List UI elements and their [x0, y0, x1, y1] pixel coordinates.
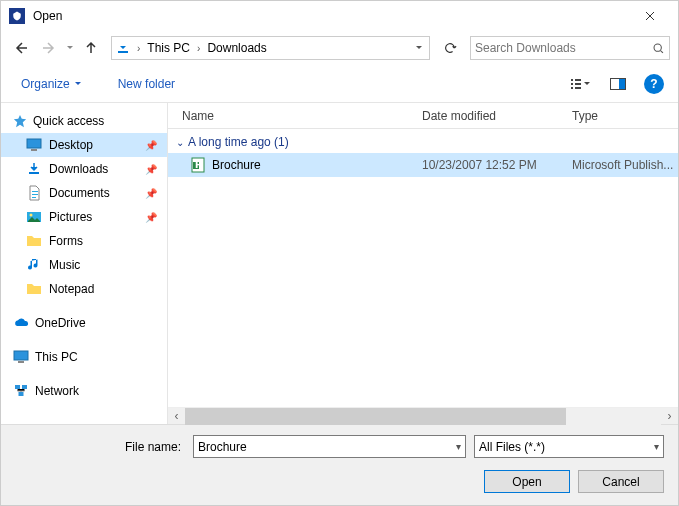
svg-rect-17	[18, 361, 24, 363]
pin-icon: 📌	[145, 140, 157, 151]
svg-rect-9	[619, 79, 625, 89]
search-input[interactable]	[475, 41, 652, 55]
sidebar-item-label: This PC	[35, 350, 78, 364]
scroll-thumb[interactable]	[185, 408, 566, 425]
refresh-button[interactable]	[438, 36, 462, 60]
sidebar-item-label: Pictures	[49, 210, 92, 224]
scroll-right-button[interactable]: ›	[661, 408, 678, 425]
recent-locations-dropdown[interactable]	[65, 44, 75, 52]
pictures-icon	[25, 208, 43, 226]
group-label: A long time ago (1)	[188, 135, 289, 149]
filename-label: File name:	[15, 440, 185, 454]
svg-rect-7	[575, 87, 581, 89]
music-icon	[25, 256, 43, 274]
scroll-track[interactable]	[185, 408, 661, 425]
svg-rect-4	[571, 87, 573, 89]
sidebar-item-label: Notepad	[49, 282, 94, 296]
chevron-down-icon[interactable]: ▾	[456, 441, 461, 452]
breadcrumb-downloads[interactable]: Downloads	[203, 37, 270, 59]
downloads-icon	[25, 160, 43, 178]
sidebar-item-forms[interactable]: Forms	[1, 229, 167, 253]
column-name[interactable]: Name	[168, 109, 422, 123]
file-group-header[interactable]: ⌄ A long time ago (1)	[168, 129, 678, 153]
desktop-icon	[25, 136, 43, 154]
help-button[interactable]: ?	[644, 74, 664, 94]
star-icon	[13, 114, 27, 128]
forward-button[interactable]	[37, 36, 61, 60]
address-dropdown[interactable]	[411, 44, 427, 52]
search-box[interactable]	[470, 36, 670, 60]
app-icon	[9, 8, 25, 24]
up-button[interactable]	[79, 36, 103, 60]
sidebar-item-documents[interactable]: Documents 📌	[1, 181, 167, 205]
svg-rect-19	[22, 385, 27, 389]
svg-rect-10	[27, 139, 41, 148]
file-list[interactable]: ⌄ A long time ago (1) P Brochure 10/23/2…	[168, 129, 678, 407]
folder-icon	[25, 280, 43, 298]
svg-point-1	[654, 44, 661, 51]
sidebar-this-pc[interactable]: This PC	[1, 345, 167, 369]
cancel-button[interactable]: Cancel	[578, 470, 664, 493]
navigation-pane: Quick access Desktop 📌 Downloads 📌 Docum…	[1, 103, 167, 424]
dialog-footer: File name: ▾ All Files (*.*) ▾ Open Canc…	[1, 424, 678, 505]
sidebar-item-notepad[interactable]: Notepad	[1, 277, 167, 301]
folder-icon	[25, 232, 43, 250]
sidebar-item-label: Documents	[49, 186, 110, 200]
pin-icon: 📌	[145, 212, 157, 223]
sidebar-onedrive[interactable]: OneDrive	[1, 311, 167, 335]
column-headers: Name Date modified Type	[168, 103, 678, 129]
close-button[interactable]	[630, 2, 670, 30]
nav-bar: › This PC › Downloads	[1, 31, 678, 65]
column-date[interactable]: Date modified	[422, 109, 572, 123]
sidebar-item-music[interactable]: Music	[1, 253, 167, 277]
chevron-down-icon	[74, 80, 82, 88]
open-button[interactable]: Open	[484, 470, 570, 493]
sidebar-item-desktop[interactable]: Desktop 📌	[1, 133, 167, 157]
svg-rect-6	[575, 83, 581, 85]
sidebar-quick-access[interactable]: Quick access	[1, 109, 167, 133]
organize-label: Organize	[21, 77, 70, 91]
address-bar[interactable]: › This PC › Downloads	[111, 36, 430, 60]
view-options-button[interactable]	[564, 72, 596, 96]
search-icon	[652, 42, 665, 55]
toolbar: Organize New folder ?	[1, 65, 678, 103]
file-list-pane: Name Date modified Type ⌄ A long time ag…	[167, 103, 678, 424]
horizontal-scrollbar[interactable]: ‹ ›	[168, 407, 678, 424]
sidebar-item-label: Music	[49, 258, 80, 272]
sidebar-item-label: Quick access	[33, 114, 104, 128]
file-name: Brochure	[212, 158, 261, 172]
filename-input[interactable]	[198, 440, 456, 454]
chevron-right-icon[interactable]: ›	[194, 43, 203, 54]
title-bar: Open	[1, 1, 678, 31]
file-date: 10/23/2007 12:52 PM	[422, 158, 572, 172]
downloads-location-icon	[114, 39, 132, 57]
preview-pane-button[interactable]	[602, 72, 634, 96]
window-title: Open	[33, 9, 630, 23]
breadcrumb-this-pc[interactable]: This PC	[143, 37, 194, 59]
sidebar-item-label: Network	[35, 384, 79, 398]
file-type: Microsoft Publish...	[572, 158, 678, 172]
this-pc-icon	[13, 349, 29, 365]
sidebar-item-downloads[interactable]: Downloads 📌	[1, 157, 167, 181]
svg-rect-5	[575, 79, 581, 81]
filename-combo[interactable]: ▾	[193, 435, 466, 458]
chevron-down-icon: ⌄	[176, 137, 184, 148]
file-type-filter[interactable]: All Files (*.*) ▾	[474, 435, 664, 458]
documents-icon	[25, 184, 43, 202]
scroll-left-button[interactable]: ‹	[168, 408, 185, 425]
chevron-down-icon[interactable]: ▾	[654, 441, 659, 452]
svg-rect-13	[29, 172, 39, 174]
sidebar-network[interactable]: Network	[1, 379, 167, 403]
back-button[interactable]	[9, 36, 33, 60]
new-folder-button[interactable]: New folder	[112, 73, 181, 95]
file-row[interactable]: P Brochure 10/23/2007 12:52 PM Microsoft…	[168, 153, 678, 177]
new-folder-label: New folder	[118, 77, 175, 91]
sidebar-item-pictures[interactable]: Pictures 📌	[1, 205, 167, 229]
svg-point-15	[30, 214, 33, 217]
column-type[interactable]: Type	[572, 109, 678, 123]
organize-menu[interactable]: Organize	[15, 73, 88, 95]
sidebar-item-label: Downloads	[49, 162, 108, 176]
chevron-right-icon[interactable]: ›	[134, 43, 143, 54]
onedrive-icon	[13, 315, 29, 331]
pin-icon: 📌	[145, 164, 157, 175]
